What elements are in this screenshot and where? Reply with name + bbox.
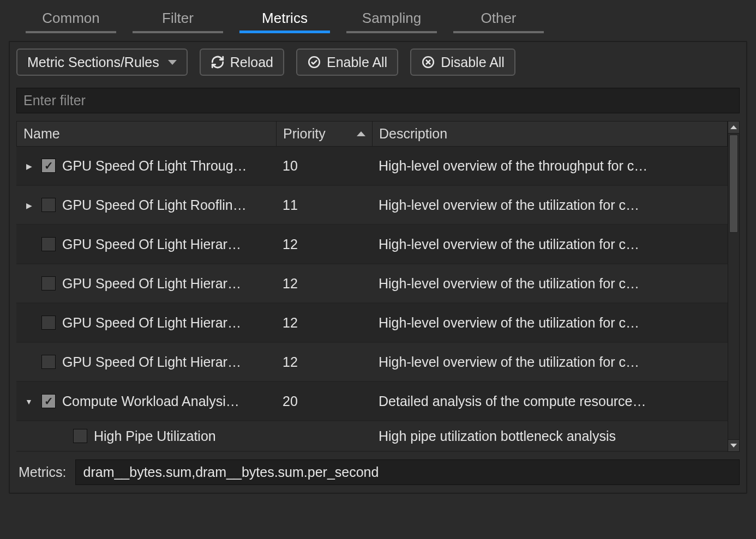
chevron-down-icon [168,60,177,65]
row-name: GPU Speed Of Light Throug… [62,158,247,174]
row-name: GPU Speed Of Light Hierar… [62,276,241,292]
table-header: Name Priority Description [16,121,728,147]
table-row[interactable]: GPU Speed Of Light Hierar… 12 High-level… [16,225,728,264]
enable-all-label: Enable All [327,54,387,70]
disable-all-label: Disable All [441,54,505,70]
disable-all-button[interactable]: Disable All [410,49,515,76]
metrics-label: Metrics: [16,464,67,480]
row-description: High-level overview of the utilization f… [372,315,728,331]
enable-all-button[interactable]: Enable All [296,49,398,76]
table-row[interactable]: Compute Workload Analysi… 20 Detailed an… [16,382,728,421]
row-description: High-level overview of the utilization f… [372,354,728,370]
row-priority: 10 [276,158,372,174]
metrics-bar: Metrics: [16,459,740,485]
x-circle-icon [421,55,435,69]
sort-asc-icon [357,131,365,136]
row-name: GPU Speed Of Light Hierar… [62,354,241,370]
col-header-name[interactable]: Name [17,122,277,146]
row-name: GPU Speed Of Light Hierar… [62,315,241,331]
metrics-input[interactable] [75,459,740,485]
dropdown-label: Metric Sections/Rules [27,54,159,70]
reload-button[interactable]: Reload [200,49,284,76]
row-priority: 12 [276,237,372,252]
tab-other[interactable]: Other [452,5,545,33]
table-row[interactable]: GPU Speed Of Light Rooflin… 11 High-leve… [16,186,728,225]
filter-box [16,88,740,113]
tab-metrics[interactable]: Metrics [238,5,331,33]
row-checkbox[interactable] [41,276,56,290]
table-row[interactable]: GPU Speed Of Light Throug… 10 High-level… [16,147,728,186]
row-description: High-level overview of the utilization f… [372,276,728,292]
vertical-scrollbar[interactable] [728,121,740,452]
row-priority: 12 [276,276,372,292]
row-checkbox[interactable] [41,316,56,330]
check-circle-icon [307,55,321,69]
col-header-priority[interactable]: Priority [277,122,373,146]
row-checkbox[interactable] [41,159,56,173]
col-header-description[interactable]: Description [373,122,727,146]
collapse-icon[interactable] [23,396,35,407]
expand-icon[interactable] [23,160,35,172]
row-description: High-level overview of the utilization f… [372,197,728,213]
tab-bar: Common Filter Metrics Sampling Other [0,0,756,33]
row-checkbox[interactable] [41,394,56,408]
scroll-thumb[interactable] [729,135,738,233]
row-priority: 11 [276,197,372,213]
metric-sections-dropdown[interactable]: Metric Sections/Rules [16,49,188,76]
scroll-up-icon[interactable] [728,122,739,134]
row-checkbox[interactable] [41,237,56,251]
row-name: GPU Speed Of Light Hierar… [62,237,241,252]
row-priority: 12 [276,315,372,331]
metrics-panel: Metric Sections/Rules Reload Enable All … [9,41,747,494]
row-description: High-level overview of the throughput fo… [372,158,728,174]
tab-sampling[interactable]: Sampling [345,5,438,33]
row-name: Compute Workload Analysi… [62,393,239,409]
row-description: Detailed analysis of the compute resourc… [372,393,728,409]
table-row[interactable]: High Pipe Utilization High pipe utilizat… [16,421,728,452]
row-priority: 12 [276,354,372,370]
reload-label: Reload [230,54,273,70]
table-row[interactable]: GPU Speed Of Light Hierar… 12 High-level… [16,343,728,382]
row-name: High Pipe Utilization [94,428,216,444]
row-checkbox[interactable] [41,198,56,212]
metrics-table: Name Priority Description GPU Speed Of L… [16,121,740,452]
refresh-icon [211,55,225,69]
filter-input[interactable] [17,88,739,113]
table-body: GPU Speed Of Light Throug… 10 High-level… [16,147,728,452]
expand-icon[interactable] [23,199,35,211]
row-checkbox[interactable] [73,429,87,443]
row-description: High pipe utilization bottleneck analysi… [372,428,728,444]
row-priority: 20 [276,393,372,409]
table-row[interactable]: GPU Speed Of Light Hierar… 12 High-level… [16,264,728,304]
scroll-down-icon[interactable] [728,439,739,451]
row-checkbox[interactable] [41,355,56,369]
tab-common[interactable]: Common [25,5,117,33]
row-name: GPU Speed Of Light Rooflin… [62,197,247,213]
toolbar: Metric Sections/Rules Reload Enable All … [16,49,740,76]
row-description: High-level overview of the utilization f… [372,237,728,252]
tab-filter[interactable]: Filter [131,5,224,33]
table-row[interactable]: GPU Speed Of Light Hierar… 12 High-level… [16,304,728,343]
